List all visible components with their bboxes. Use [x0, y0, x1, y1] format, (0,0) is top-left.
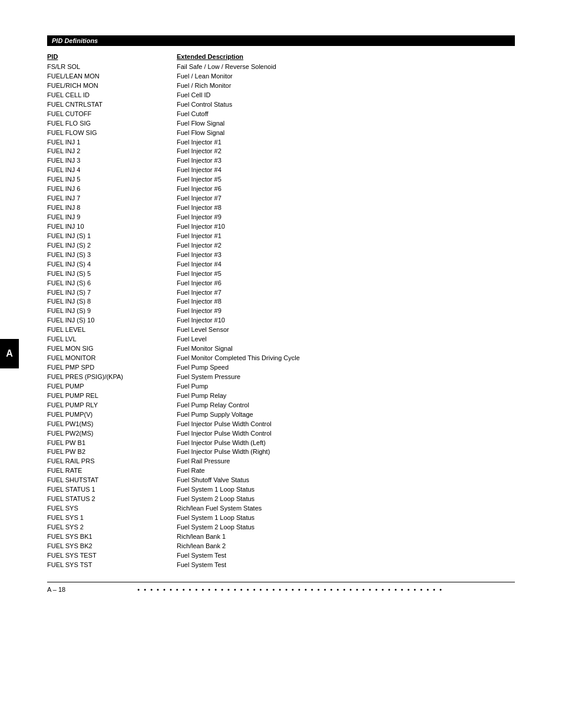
desc-cell: Fuel Injector Pulse Width (Right)	[177, 447, 515, 457]
pid-cell: FUEL/RICH MON	[47, 81, 177, 91]
table-body: FS/LR SOLFail Safe / Low / Reverse Solen…	[47, 62, 515, 570]
table-row: FUEL/RICH MONFuel / Rich Monitor	[47, 81, 515, 91]
pid-cell: FUEL STATUS 1	[47, 485, 177, 495]
pid-cell: FUEL INJ (S) 6	[47, 279, 177, 288]
table-row: FUEL INJ (S) 6Fuel Injector #6	[47, 279, 515, 288]
pid-cell: FUEL SYS 2	[47, 523, 177, 532]
page-footer: A – 18 • • • • • • • • • • • • • • • • •…	[47, 582, 515, 593]
pid-column-header: PID	[47, 53, 177, 60]
table-row: FUEL INJ 6Fuel Injector #6	[47, 185, 515, 194]
table-row: FUEL RAIL PRSFuel Rail Pressure	[47, 457, 515, 466]
pid-cell: FUEL SYS BK2	[47, 542, 177, 551]
table-row: FUEL SHUTSTATFuel Shutoff Valve Status	[47, 476, 515, 485]
desc-cell: Rich/lean Fuel System States	[177, 504, 515, 513]
desc-cell: Fuel Cutoff	[177, 110, 515, 119]
footer-dots: • • • • • • • • • • • • • • • • • • • • …	[65, 586, 515, 593]
desc-cell: Rich/lean Bank 2	[177, 542, 515, 551]
pid-cell: FUEL INJ (S) 10	[47, 316, 177, 325]
table-row: FUEL FLOW SIGFuel Flow Signal	[47, 129, 515, 138]
pid-cell: FUEL RATE	[47, 466, 177, 476]
pid-cell: FUEL SYS 1	[47, 513, 177, 523]
table-row: FUEL RATEFuel Rate	[47, 466, 515, 476]
table-row: FUEL INJ 4Fuel Injector #4	[47, 166, 515, 175]
pid-cell: FUEL PUMP RLY	[47, 401, 177, 410]
pid-cell: FUEL RAIL PRS	[47, 457, 177, 466]
pid-cell: FUEL FLOW SIG	[47, 129, 177, 138]
table-row: FUEL PW2(MS)Fuel Injector Pulse Width Co…	[47, 429, 515, 439]
desc-cell: Fuel Injector #2	[177, 241, 515, 251]
table-row: FUEL LVLFuel Level	[47, 335, 515, 344]
desc-cell: Fuel Shutoff Valve Status	[177, 476, 515, 485]
pid-cell: FUEL INJ (S) 1	[47, 232, 177, 241]
pid-cell: FUEL INJ (S) 2	[47, 241, 177, 251]
pid-cell: FUEL INJ 8	[47, 203, 177, 213]
pid-cell: FUEL CELL ID	[47, 91, 177, 100]
desc-cell: Fuel System Pressure	[177, 373, 515, 382]
table-row: FUEL PUMP RLYFuel Pump Relay Control	[47, 401, 515, 410]
pid-cell: FUEL INJ (S) 8	[47, 297, 177, 307]
pid-cell: FUEL INJ 10	[47, 222, 177, 232]
table-row: FUEL SYS BK2Rich/lean Bank 2	[47, 542, 515, 551]
desc-cell: Fuel Injector Pulse Width (Left)	[177, 439, 515, 448]
pid-cell: FUEL SYS TST	[47, 561, 177, 570]
desc-cell: Fuel System 1 Loop Status	[177, 513, 515, 523]
pid-cell: FUEL INJ (S) 7	[47, 288, 177, 298]
table-row: FS/LR SOLFail Safe / Low / Reverse Solen…	[47, 62, 515, 72]
table-row: FUEL INJ 3Fuel Injector #3	[47, 156, 515, 166]
pid-cell: FUEL INJ (S) 4	[47, 260, 177, 269]
table-row: FUEL SYS 2Fuel System 2 Loop Status	[47, 523, 515, 532]
table-row: FUEL MON SIGFuel Monitor Signal	[47, 344, 515, 354]
table-row: FUEL STATUS 2Fuel System 2 Loop Status	[47, 495, 515, 504]
table-row: FUEL INJ 7Fuel Injector #7	[47, 194, 515, 203]
table-row: FUEL SYS TESTFuel System Test	[47, 551, 515, 561]
pid-cell: FUEL INJ (S) 5	[47, 269, 177, 279]
desc-cell: Fuel Injector #4	[177, 166, 515, 175]
table-row: FUEL INJ (S) 9Fuel Injector #9	[47, 307, 515, 316]
pid-cell: FUEL PUMP(V)	[47, 410, 177, 420]
pid-cell: FUEL INJ (S) 3	[47, 251, 177, 260]
desc-cell: Fuel / Lean Monitor	[177, 72, 515, 81]
desc-cell: Fuel Cell ID	[177, 91, 515, 100]
table-row: FUEL INJ (S) 4Fuel Injector #4	[47, 260, 515, 269]
table-row: FUEL MONITORFuel Monitor Completed This …	[47, 354, 515, 363]
desc-cell: Fuel Monitor Signal	[177, 344, 515, 354]
pid-cell: FUEL STATUS 2	[47, 495, 177, 504]
table-row: FUEL INJ (S) 2Fuel Injector #2	[47, 241, 515, 251]
table-row: FUEL INJ 5Fuel Injector #5	[47, 175, 515, 185]
desc-cell: Fuel Injector Pulse Width Control	[177, 420, 515, 429]
section-header: PID Definitions	[47, 35, 515, 53]
desc-cell: Fuel Rate	[177, 466, 515, 476]
section-title: PID Definitions	[47, 35, 515, 46]
table-row: FUEL PUMPFuel Pump	[47, 382, 515, 391]
table-row: FUEL STATUS 1Fuel System 1 Loop Status	[47, 485, 515, 495]
desc-cell: Fuel Control Status	[177, 100, 515, 110]
desc-cell: Fuel Injector #1	[177, 138, 515, 147]
appendix-tab: A	[0, 339, 19, 368]
table-row: FUEL PW1(MS)Fuel Injector Pulse Width Co…	[47, 420, 515, 429]
pid-cell: FUEL INJ 7	[47, 194, 177, 203]
desc-cell: Fuel Pump Relay	[177, 391, 515, 401]
desc-cell: Fuel Pump Supply Voltage	[177, 410, 515, 420]
pid-cell: FUEL INJ 6	[47, 185, 177, 194]
desc-cell: Fuel System 1 Loop Status	[177, 485, 515, 495]
table-row: FUEL INJ 9Fuel Injector #9	[47, 213, 515, 222]
desc-cell: Fuel Injector #7	[177, 288, 515, 298]
pid-cell: FUEL INJ 9	[47, 213, 177, 222]
pid-cell: FUEL SYS BK1	[47, 532, 177, 542]
pid-cell: FUEL SYS	[47, 504, 177, 513]
table-row: FUEL INJ (S) 10Fuel Injector #10	[47, 316, 515, 325]
desc-cell: Fuel Flow Signal	[177, 119, 515, 129]
pid-cell: FUEL INJ 2	[47, 147, 177, 156]
table-row: FUEL PW B1Fuel Injector Pulse Width (Lef…	[47, 439, 515, 448]
table-row: FUEL CELL IDFuel Cell ID	[47, 91, 515, 100]
pid-cell: FUEL INJ 3	[47, 156, 177, 166]
table-row: FUEL CUTOFFFuel Cutoff	[47, 110, 515, 119]
table-row: FUEL SYS BK1Rich/lean Bank 1	[47, 532, 515, 542]
table-row: FUEL INJ 1Fuel Injector #1	[47, 138, 515, 147]
pid-cell: FUEL LVL	[47, 335, 177, 344]
table-row: FUEL PUMP(V)Fuel Pump Supply Voltage	[47, 410, 515, 420]
table-row: FUEL FLO SIGFuel Flow Signal	[47, 119, 515, 129]
desc-cell: Fuel Injector #9	[177, 213, 515, 222]
table-row: FUEL INJ (S) 3Fuel Injector #3	[47, 251, 515, 260]
pid-cell: FUEL LEVEL	[47, 325, 177, 335]
